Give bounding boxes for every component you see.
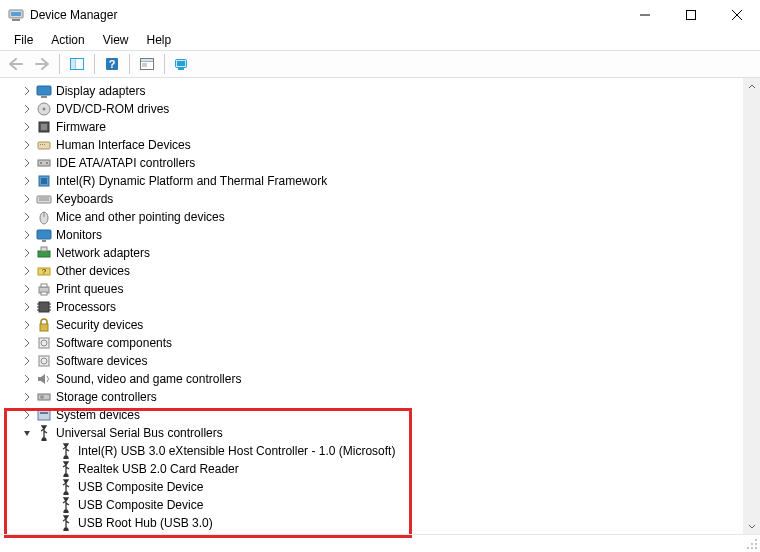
- display-icon: [36, 83, 52, 99]
- tree-node[interactable]: IDE ATA/ATAPI controllers: [20, 154, 740, 172]
- chevron-right-icon[interactable]: [20, 408, 34, 422]
- cpu-icon: [36, 299, 52, 315]
- svg-rect-64: [40, 412, 48, 414]
- properties-button[interactable]: [135, 53, 159, 75]
- tree-node-label: DVD/CD-ROM drives: [56, 102, 169, 116]
- chevron-right-icon[interactable]: [20, 372, 34, 386]
- tree-node-label: Monitors: [56, 228, 102, 242]
- usb-icon: [58, 443, 74, 459]
- keyboard-icon: [36, 191, 52, 207]
- tree-node-label: Realtek USB 2.0 Card Reader: [78, 462, 239, 476]
- svg-rect-18: [178, 68, 184, 70]
- tree-node[interactable]: Security devices: [20, 316, 740, 334]
- svg-point-67: [751, 547, 753, 549]
- resize-grip[interactable]: [746, 538, 758, 550]
- tree-node[interactable]: USB Composite Device: [58, 478, 740, 496]
- tree-node[interactable]: Realtek USB 2.0 Card Reader: [58, 460, 740, 478]
- svg-rect-20: [37, 86, 51, 95]
- chevron-right-icon[interactable]: [20, 300, 34, 314]
- toolbar-separator: [129, 54, 130, 74]
- menu-view[interactable]: View: [95, 32, 137, 48]
- scan-hardware-button[interactable]: [170, 53, 194, 75]
- tree-node[interactable]: Network adapters: [20, 244, 740, 262]
- tree-node[interactable]: Sound, video and game controllers: [20, 370, 740, 388]
- svg-rect-4: [687, 11, 696, 20]
- tree-node-label: Keyboards: [56, 192, 113, 206]
- tree-node[interactable]: Firmware: [20, 118, 740, 136]
- chevron-right-icon[interactable]: [20, 246, 34, 260]
- device-tree[interactable]: Display adaptersDVD/CD-ROM drivesFirmwar…: [4, 82, 758, 532]
- chevron-right-icon[interactable]: [20, 390, 34, 404]
- chevron-right-icon[interactable]: [20, 264, 34, 278]
- tree-node[interactable]: Software components: [20, 334, 740, 352]
- chevron-right-icon[interactable]: [20, 282, 34, 296]
- menu-help[interactable]: Help: [139, 32, 180, 48]
- tree-node[interactable]: Display adapters: [20, 82, 740, 100]
- other-icon: ?: [36, 263, 52, 279]
- toolbar-separator: [164, 54, 165, 74]
- chevron-right-icon[interactable]: [20, 336, 34, 350]
- tree-node[interactable]: Keyboards: [20, 190, 740, 208]
- svg-point-23: [43, 108, 46, 111]
- minimize-button[interactable]: [622, 0, 668, 30]
- chevron-right-icon[interactable]: [20, 210, 34, 224]
- sw-icon: [36, 335, 52, 351]
- tree-node[interactable]: Universal Serial Bus controllers: [20, 424, 740, 442]
- svg-rect-49: [39, 302, 49, 312]
- tree-node[interactable]: Intel(R) Dynamic Platform and Thermal Fr…: [20, 172, 740, 190]
- tree-node[interactable]: USB Composite Device: [58, 496, 740, 514]
- tree-node[interactable]: ?Other devices: [20, 262, 740, 280]
- chevron-right-icon[interactable]: [20, 228, 34, 242]
- titlebar: Device Manager: [0, 0, 760, 30]
- mouse-icon: [36, 209, 52, 225]
- svg-rect-63: [38, 410, 50, 420]
- show-hide-tree-button[interactable]: [65, 53, 89, 75]
- svg-rect-21: [41, 96, 47, 98]
- tree-node[interactable]: System devices: [20, 406, 740, 424]
- svg-rect-9: [71, 59, 75, 69]
- tree-node[interactable]: Intel(R) USB 3.0 eXtensible Host Control…: [58, 442, 740, 460]
- svg-point-65: [755, 547, 757, 549]
- chevron-right-icon[interactable]: [20, 192, 34, 206]
- tree-node[interactable]: Human Interface Devices: [20, 136, 740, 154]
- svg-point-32: [46, 162, 48, 164]
- forward-button[interactable]: [30, 53, 54, 75]
- tree-node[interactable]: Processors: [20, 298, 740, 316]
- scroll-down-button[interactable]: [743, 517, 760, 534]
- svg-rect-34: [41, 178, 47, 184]
- close-button[interactable]: [714, 0, 760, 30]
- menu-file[interactable]: File: [6, 32, 41, 48]
- tree-node[interactable]: Storage controllers: [20, 388, 740, 406]
- tree-node[interactable]: DVD/CD-ROM drives: [20, 100, 740, 118]
- tree-node[interactable]: Print queues: [20, 280, 740, 298]
- chevron-right-icon[interactable]: [20, 84, 34, 98]
- chevron-right-icon[interactable]: [20, 120, 34, 134]
- scroll-up-button[interactable]: [743, 78, 760, 95]
- help-button[interactable]: ?: [100, 53, 124, 75]
- chevron-down-icon[interactable]: [20, 426, 34, 440]
- chevron-right-icon[interactable]: [20, 354, 34, 368]
- tree-node[interactable]: USB Root Hub (USB 3.0): [58, 514, 740, 532]
- menu-action[interactable]: Action: [43, 32, 92, 48]
- sound-icon: [36, 371, 52, 387]
- chevron-right-icon[interactable]: [20, 156, 34, 170]
- chevron-right-icon[interactable]: [20, 138, 34, 152]
- toolbar-separator: [59, 54, 60, 74]
- chevron-right-icon[interactable]: [20, 318, 34, 332]
- tree-node[interactable]: Software devices: [20, 352, 740, 370]
- security-icon: [36, 317, 52, 333]
- scrollbar-vertical[interactable]: [743, 78, 760, 534]
- svg-point-62: [40, 395, 44, 399]
- chevron-right-icon[interactable]: [20, 102, 34, 116]
- tree-node-label: Network adapters: [56, 246, 150, 260]
- svg-point-70: [747, 547, 749, 549]
- tree-node-label: Human Interface Devices: [56, 138, 191, 152]
- tree-node[interactable]: Mice and other pointing devices: [20, 208, 740, 226]
- tree-node-label: Print queues: [56, 282, 123, 296]
- svg-rect-25: [41, 124, 47, 130]
- chevron-right-icon[interactable]: [20, 174, 34, 188]
- maximize-button[interactable]: [668, 0, 714, 30]
- statusbar: [0, 534, 760, 552]
- back-button[interactable]: [4, 53, 28, 75]
- tree-node[interactable]: Monitors: [20, 226, 740, 244]
